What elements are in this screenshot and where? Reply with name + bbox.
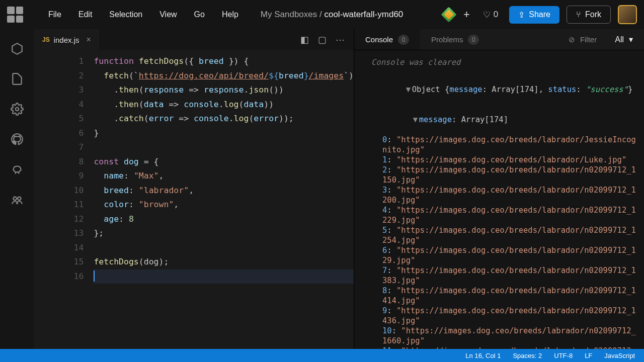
github-icon[interactable] — [11, 133, 24, 146]
premium-icon[interactable] — [441, 7, 456, 22]
console-array-item[interactable]: 9: "https://images.dog.ceo/breeds/labrad… — [382, 306, 637, 326]
like-button[interactable]: ♡ 0 — [479, 8, 502, 22]
deploy-icon[interactable] — [11, 163, 24, 176]
tab-problems-label: Problems — [431, 35, 463, 44]
tab-problems[interactable]: Problems 0 — [420, 29, 490, 50]
file-tab-index[interactable]: JS index.js × — [34, 29, 99, 50]
no-entry-icon[interactable]: ⊘ — [569, 35, 575, 44]
share-icon: ⇪ — [518, 10, 525, 20]
live-icon[interactable] — [11, 193, 24, 206]
console-array-item[interactable]: 8: "https://images.dog.ceo/breeds/labrad… — [382, 286, 637, 306]
console-array-item[interactable]: 2: "https://images.dog.ceo/breeds/labrad… — [382, 165, 637, 185]
console-array-item[interactable]: 1: "https://images.dog.ceo/breeds/labrad… — [382, 155, 637, 165]
fork-button[interactable]: ⑂ Fork — [567, 6, 611, 24]
share-button[interactable]: ⇪ Share — [509, 6, 559, 24]
console-array-item[interactable]: 5: "https://images.dog.ceo/breeds/labrad… — [382, 225, 637, 245]
console-filter[interactable]: ⊘ Filter — [561, 35, 604, 44]
problems-count-badge: 0 — [468, 35, 479, 45]
menu-file[interactable]: File — [41, 7, 68, 22]
sandbox-name: cool-waterfall-ymd60 — [324, 10, 403, 19]
console-array-item[interactable]: 3: "https://images.dog.ceo/breeds/labrad… — [382, 185, 637, 205]
fork-label: Fork — [585, 10, 601, 19]
js-file-icon: JS — [42, 36, 50, 43]
status-encoding[interactable]: UTF-8 — [554, 352, 573, 359]
console-cleared-msg: Console was cleared — [368, 55, 637, 74]
like-count: 0 — [494, 10, 498, 20]
tab-console-label: Console — [365, 35, 393, 44]
settings-icon[interactable] — [11, 103, 24, 116]
expand-icon[interactable]: ▼ — [413, 115, 418, 125]
explorer-icon[interactable] — [11, 72, 24, 85]
svg-point-0 — [16, 108, 19, 111]
menu-view[interactable]: View — [152, 7, 184, 22]
menu-edit[interactable]: Edit — [71, 7, 100, 22]
code-editor[interactable]: 12345678910111213141516 function fetchDo… — [34, 50, 354, 349]
tab-close-button[interactable]: × — [87, 35, 91, 44]
line-gutter: 12345678910111213141516 — [34, 54, 94, 349]
breadcrumb[interactable]: My Sandboxes / cool-waterfall-ymd60 — [261, 10, 403, 20]
expand-icon[interactable]: ▼ — [406, 84, 411, 95]
app-logo[interactable] — [7, 7, 23, 23]
console-array-item[interactable]: 4: "https://images.dog.ceo/breeds/labrad… — [382, 205, 637, 225]
filter-label: Filter — [580, 35, 597, 44]
svg-point-2 — [18, 197, 21, 201]
console-array-item[interactable]: 6: "https://images.dog.ceo/breeds/labrad… — [382, 245, 637, 265]
log-level-label: All — [615, 35, 624, 44]
preview-icon[interactable]: ▢ — [318, 34, 327, 45]
status-language[interactable]: JavaScript — [604, 352, 635, 359]
console-array-item[interactable]: 7: "https://images.dog.ceo/breeds/labrad… — [382, 265, 637, 286]
svg-point-1 — [13, 197, 17, 201]
status-spaces[interactable]: Spaces: 2 — [513, 352, 542, 359]
sandbox-info-icon[interactable] — [11, 42, 24, 55]
menu-selection[interactable]: Selection — [102, 7, 149, 22]
split-editor-icon[interactable]: ◧ — [300, 34, 309, 45]
tab-filename: index.js — [54, 36, 79, 44]
status-eol[interactable]: LF — [585, 352, 592, 359]
share-label: Share — [529, 10, 550, 19]
console-object-header[interactable]: ▼Object {message: Array[174], status: "s… — [368, 74, 637, 105]
breadcrumb-path: My Sandboxes / — [261, 10, 325, 19]
status-cursor-pos[interactable]: Ln 16, Col 1 — [465, 352, 501, 359]
code-content[interactable]: function fetchDogs({ breed }) { fetch(`h… — [94, 54, 354, 349]
console-count-badge: 0 — [398, 35, 409, 45]
more-actions-icon[interactable]: ⋯ — [336, 34, 345, 45]
log-level-select[interactable]: All ▾ — [604, 35, 644, 44]
console-array-item[interactable]: 0: "https://images.dog.ceo/breeds/labrad… — [382, 135, 637, 155]
avatar[interactable] — [618, 5, 637, 24]
fork-icon: ⑂ — [576, 10, 581, 19]
console-message-header[interactable]: ▼message: Array[174] — [368, 105, 637, 135]
console-output[interactable]: Console was cleared ▼Object {message: Ar… — [354, 50, 644, 349]
menu-go[interactable]: Go — [187, 7, 212, 22]
tab-console[interactable]: Console 0 — [354, 29, 420, 50]
chevron-down-icon: ▾ — [629, 35, 633, 44]
heart-icon: ♡ — [483, 10, 491, 20]
menu-help[interactable]: Help — [215, 7, 246, 22]
console-array-item[interactable]: 10: "https://images.dog.ceo/breeds/labra… — [382, 326, 637, 346]
new-sandbox-button[interactable]: + — [461, 8, 472, 21]
